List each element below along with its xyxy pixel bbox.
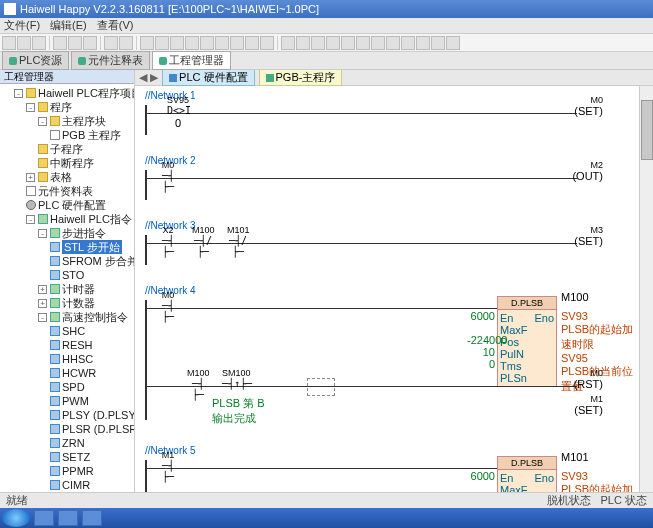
tab-elem[interactable]: 元件注释表: [71, 51, 150, 70]
tb-redo[interactable]: [119, 36, 133, 50]
app-icon: [4, 3, 16, 15]
network-2: //Network 2 M0─┤ ├─ M2(OUT): [145, 155, 643, 200]
tb-b[interactable]: [155, 36, 169, 50]
menu-edit[interactable]: 编辑(E): [50, 18, 87, 33]
tb-a[interactable]: [140, 36, 154, 50]
tree-item[interactable]: RESH: [50, 338, 132, 352]
tb-open[interactable]: [17, 36, 31, 50]
tb-p[interactable]: [371, 36, 385, 50]
tree-item[interactable]: HCWR: [50, 366, 132, 380]
tree-item[interactable]: PWM: [50, 394, 132, 408]
task-2[interactable]: [58, 510, 78, 526]
tb-l[interactable]: [311, 36, 325, 50]
toolbar: [0, 34, 653, 52]
menu-bar[interactable]: 文件(F) 编辑(E) 查看(V): [0, 18, 653, 34]
network-5: //Network 5 M1─┤ ├─ D.PLSB EnEno MaxF Po…: [145, 445, 643, 492]
drop-target[interactable]: [307, 378, 335, 396]
menu-view[interactable]: 查看(V): [97, 18, 134, 33]
tree-item[interactable]: SPD: [50, 380, 132, 394]
network-1: //Network 1 SV95D<>I 0 M0(SET): [145, 90, 643, 135]
tb-h[interactable]: [245, 36, 259, 50]
tree-item[interactable]: SETZ: [50, 450, 132, 464]
editor: ◀ ▶ PLC 硬件配置 PGB-主程序 //Network 1 SV95D<>…: [135, 70, 653, 492]
tree-root: -Haiwell PLC程序项目: [14, 86, 132, 100]
tree-item[interactable]: PLSR (D.PLSR): [50, 422, 132, 436]
tree-item[interactable]: CIMR: [50, 478, 132, 492]
task-word[interactable]: [34, 510, 54, 526]
tb-cut[interactable]: [53, 36, 67, 50]
tb-f[interactable]: [215, 36, 229, 50]
taskbar[interactable]: [0, 508, 653, 528]
network-4: //Network 4 M0─┤ ├─ D.PLSB EnEno MaxF Po…: [145, 285, 643, 425]
left-tab-bar: PLC资源 元件注释表 工程管理器: [0, 52, 653, 70]
editor-tabs: ◀ ▶ PLC 硬件配置 PGB-主程序: [135, 70, 653, 86]
tb-e[interactable]: [200, 36, 214, 50]
tb-o[interactable]: [356, 36, 370, 50]
tb-g[interactable]: [230, 36, 244, 50]
tb-copy[interactable]: [68, 36, 82, 50]
tb-r[interactable]: [401, 36, 415, 50]
project-tree[interactable]: -Haiwell PLC程序项目 -程序 -主程序块 PGB 主程序 子程序 中…: [0, 84, 134, 492]
tb-k[interactable]: [296, 36, 310, 50]
ladder-area[interactable]: //Network 1 SV95D<>I 0 M0(SET) //Network…: [135, 86, 653, 492]
window-title: Haiwell Happy V2.2.3.160811 [E:\100PLC~1…: [20, 3, 319, 15]
tb-i[interactable]: [260, 36, 274, 50]
tb-q[interactable]: [386, 36, 400, 50]
tb-t[interactable]: [431, 36, 445, 50]
network-3: //Network 3 X2─┤ ├─ M100─┤/├─ M101─┤/├─ …: [145, 220, 643, 265]
menu-file[interactable]: 文件(F): [4, 18, 40, 33]
tb-d[interactable]: [185, 36, 199, 50]
ed-tab-main[interactable]: PGB-主程序: [259, 70, 343, 86]
task-3[interactable]: [82, 510, 102, 526]
tree-sel-stl: STL 步开始: [62, 240, 122, 254]
ed-tab-hw[interactable]: PLC 硬件配置: [162, 70, 254, 86]
tb-save[interactable]: [32, 36, 46, 50]
tb-paste[interactable]: [83, 36, 97, 50]
start-button[interactable]: [2, 509, 30, 527]
tab-proj-mgr[interactable]: 工程管理器: [152, 51, 231, 70]
title-bar: Haiwell Happy V2.2.3.160811 [E:\100PLC~1…: [0, 0, 653, 18]
tb-j[interactable]: [281, 36, 295, 50]
tree-item[interactable]: ZRN: [50, 436, 132, 450]
fblock-plsb-2[interactable]: D.PLSB EnEno MaxF Pos PulN Tms PLSn: [497, 456, 557, 492]
tree-item[interactable]: PLSY (D.PLSY): [50, 408, 132, 422]
tb-m[interactable]: [326, 36, 340, 50]
tb-n[interactable]: [341, 36, 355, 50]
tb-c[interactable]: [170, 36, 184, 50]
tb-undo[interactable]: [104, 36, 118, 50]
main-area: 工程管理器 -Haiwell PLC程序项目 -程序 -主程序块 PGB 主程序…: [0, 70, 653, 492]
tab-plc-res[interactable]: PLC资源: [2, 51, 69, 70]
tb-s[interactable]: [416, 36, 430, 50]
tree-item[interactable]: PPMR: [50, 464, 132, 478]
tree-item[interactable]: SHC: [50, 324, 132, 338]
sidebar-header: 工程管理器: [0, 70, 134, 84]
sidebar: 工程管理器 -Haiwell PLC程序项目 -程序 -主程序块 PGB 主程序…: [0, 70, 135, 492]
tree-item[interactable]: HHSC: [50, 352, 132, 366]
status-left: 就绪: [6, 493, 28, 508]
tb-u[interactable]: [446, 36, 460, 50]
status-bar: 就绪 脱机状态 PLC 状态: [0, 492, 653, 508]
tb-new[interactable]: [2, 36, 16, 50]
